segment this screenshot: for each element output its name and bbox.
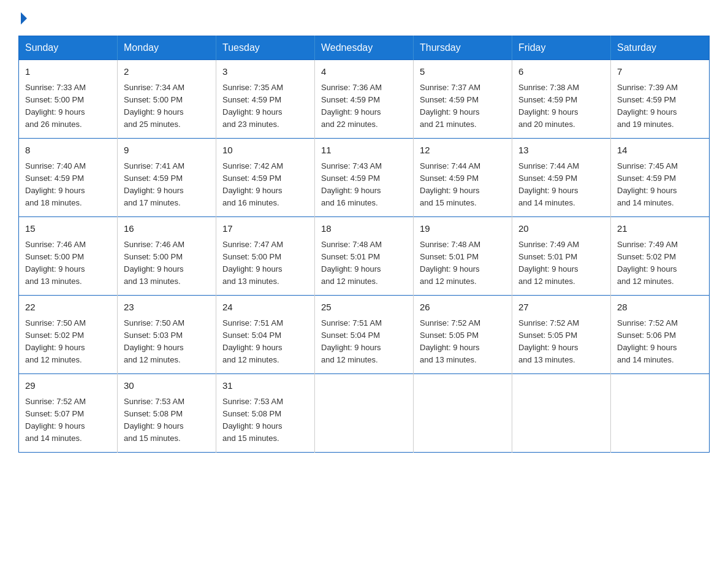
day-info: Sunrise: 7:36 AMSunset: 4:59 PMDaylight:… <box>321 82 407 131</box>
calendar-week-row: 15Sunrise: 7:46 AMSunset: 5:00 PMDayligh… <box>19 217 710 296</box>
calendar-day-cell: 13Sunrise: 7:44 AMSunset: 4:59 PMDayligh… <box>512 139 611 217</box>
day-number: 9 <box>124 144 210 158</box>
day-number: 31 <box>222 379 308 393</box>
calendar-day-cell: 20Sunrise: 7:49 AMSunset: 5:01 PMDayligh… <box>512 217 611 296</box>
calendar-day-cell <box>611 374 710 453</box>
day-number: 12 <box>420 144 506 158</box>
calendar-day-cell: 30Sunrise: 7:53 AMSunset: 5:08 PMDayligh… <box>118 374 216 453</box>
day-number: 21 <box>617 222 703 236</box>
day-number: 16 <box>124 222 210 236</box>
day-number: 6 <box>518 65 604 79</box>
day-info: Sunrise: 7:51 AMSunset: 5:04 PMDaylight:… <box>321 317 407 367</box>
day-number: 17 <box>222 222 308 236</box>
day-number: 15 <box>25 222 111 236</box>
day-info: Sunrise: 7:39 AMSunset: 4:59 PMDaylight:… <box>617 82 703 131</box>
page-header <box>18 12 710 25</box>
day-info: Sunrise: 7:52 AMSunset: 5:07 PMDaylight:… <box>25 396 111 445</box>
calendar-day-cell: 14Sunrise: 7:45 AMSunset: 4:59 PMDayligh… <box>611 139 710 217</box>
day-of-week-header: Friday <box>512 36 611 60</box>
day-info: Sunrise: 7:52 AMSunset: 5:05 PMDaylight:… <box>420 317 506 367</box>
day-number: 23 <box>124 301 210 315</box>
days-of-week-row: SundayMondayTuesdayWednesdayThursdayFrid… <box>19 36 710 60</box>
day-info: Sunrise: 7:37 AMSunset: 4:59 PMDaylight:… <box>420 82 506 131</box>
day-of-week-header: Saturday <box>611 36 710 60</box>
calendar-day-cell: 16Sunrise: 7:46 AMSunset: 5:00 PMDayligh… <box>118 217 216 296</box>
day-number: 25 <box>321 301 407 315</box>
day-number: 2 <box>124 65 210 79</box>
day-number: 19 <box>420 222 506 236</box>
calendar-day-cell: 29Sunrise: 7:52 AMSunset: 5:07 PMDayligh… <box>19 374 118 453</box>
day-info: Sunrise: 7:49 AMSunset: 5:02 PMDaylight:… <box>617 239 703 288</box>
day-of-week-header: Sunday <box>19 36 118 60</box>
calendar-table: SundayMondayTuesdayWednesdayThursdayFrid… <box>18 36 710 453</box>
calendar-day-cell: 27Sunrise: 7:52 AMSunset: 5:05 PMDayligh… <box>512 296 611 374</box>
day-info: Sunrise: 7:53 AMSunset: 5:08 PMDaylight:… <box>124 396 210 445</box>
logo-arrow-icon <box>21 12 27 25</box>
calendar-day-cell: 4Sunrise: 7:36 AMSunset: 4:59 PMDaylight… <box>315 60 414 139</box>
calendar-day-cell <box>512 374 611 453</box>
day-number: 20 <box>518 222 604 236</box>
calendar-day-cell: 12Sunrise: 7:44 AMSunset: 4:59 PMDayligh… <box>414 139 512 217</box>
day-info: Sunrise: 7:46 AMSunset: 5:00 PMDaylight:… <box>25 239 111 288</box>
calendar-day-cell: 25Sunrise: 7:51 AMSunset: 5:04 PMDayligh… <box>315 296 414 374</box>
day-of-week-header: Monday <box>118 36 216 60</box>
day-number: 26 <box>420 301 506 315</box>
day-of-week-header: Thursday <box>414 36 512 60</box>
calendar-day-cell <box>315 374 414 453</box>
day-info: Sunrise: 7:51 AMSunset: 5:04 PMDaylight:… <box>222 317 308 367</box>
day-info: Sunrise: 7:52 AMSunset: 5:05 PMDaylight:… <box>518 317 604 367</box>
calendar-day-cell: 28Sunrise: 7:52 AMSunset: 5:06 PMDayligh… <box>611 296 710 374</box>
day-info: Sunrise: 7:43 AMSunset: 4:59 PMDaylight:… <box>321 160 407 210</box>
day-number: 7 <box>617 65 703 79</box>
day-info: Sunrise: 7:44 AMSunset: 4:59 PMDaylight:… <box>518 160 604 210</box>
calendar-week-row: 22Sunrise: 7:50 AMSunset: 5:02 PMDayligh… <box>19 296 710 374</box>
day-info: Sunrise: 7:52 AMSunset: 5:06 PMDaylight:… <box>617 317 703 367</box>
day-of-week-header: Wednesday <box>315 36 414 60</box>
day-info: Sunrise: 7:50 AMSunset: 5:03 PMDaylight:… <box>124 317 210 367</box>
calendar-day-cell: 6Sunrise: 7:38 AMSunset: 4:59 PMDaylight… <box>512 60 611 139</box>
calendar-day-cell: 26Sunrise: 7:52 AMSunset: 5:05 PMDayligh… <box>414 296 512 374</box>
day-info: Sunrise: 7:49 AMSunset: 5:01 PMDaylight:… <box>518 239 604 288</box>
day-info: Sunrise: 7:50 AMSunset: 5:02 PMDaylight:… <box>25 317 111 367</box>
day-info: Sunrise: 7:48 AMSunset: 5:01 PMDaylight:… <box>420 239 506 288</box>
day-number: 29 <box>25 379 111 393</box>
day-info: Sunrise: 7:53 AMSunset: 5:08 PMDaylight:… <box>222 396 308 445</box>
day-number: 1 <box>25 65 111 79</box>
day-number: 13 <box>518 144 604 158</box>
day-info: Sunrise: 7:42 AMSunset: 4:59 PMDaylight:… <box>222 160 308 210</box>
day-number: 3 <box>222 65 308 79</box>
calendar-day-cell: 3Sunrise: 7:35 AMSunset: 4:59 PMDaylight… <box>216 60 315 139</box>
day-info: Sunrise: 7:35 AMSunset: 4:59 PMDaylight:… <box>222 82 308 131</box>
calendar-day-cell: 31Sunrise: 7:53 AMSunset: 5:08 PMDayligh… <box>216 374 315 453</box>
calendar-day-cell: 1Sunrise: 7:33 AMSunset: 5:00 PMDaylight… <box>19 60 118 139</box>
day-number: 24 <box>222 301 308 315</box>
day-info: Sunrise: 7:46 AMSunset: 5:00 PMDaylight:… <box>124 239 210 288</box>
calendar-day-cell: 24Sunrise: 7:51 AMSunset: 5:04 PMDayligh… <box>216 296 315 374</box>
day-info: Sunrise: 7:41 AMSunset: 4:59 PMDaylight:… <box>124 160 210 210</box>
calendar-week-row: 1Sunrise: 7:33 AMSunset: 5:00 PMDaylight… <box>19 60 710 139</box>
calendar-day-cell: 22Sunrise: 7:50 AMSunset: 5:02 PMDayligh… <box>19 296 118 374</box>
calendar-day-cell: 15Sunrise: 7:46 AMSunset: 5:00 PMDayligh… <box>19 217 118 296</box>
day-info: Sunrise: 7:44 AMSunset: 4:59 PMDaylight:… <box>420 160 506 210</box>
day-number: 27 <box>518 301 604 315</box>
calendar-body: 1Sunrise: 7:33 AMSunset: 5:00 PMDaylight… <box>19 60 710 453</box>
day-info: Sunrise: 7:48 AMSunset: 5:01 PMDaylight:… <box>321 239 407 288</box>
day-info: Sunrise: 7:34 AMSunset: 5:00 PMDaylight:… <box>124 82 210 131</box>
day-info: Sunrise: 7:47 AMSunset: 5:00 PMDaylight:… <box>222 239 308 288</box>
day-number: 10 <box>222 144 308 158</box>
day-info: Sunrise: 7:38 AMSunset: 4:59 PMDaylight:… <box>518 82 604 131</box>
calendar-day-cell: 7Sunrise: 7:39 AMSunset: 4:59 PMDaylight… <box>611 60 710 139</box>
calendar-day-cell: 2Sunrise: 7:34 AMSunset: 5:00 PMDaylight… <box>118 60 216 139</box>
calendar-day-cell: 23Sunrise: 7:50 AMSunset: 5:03 PMDayligh… <box>118 296 216 374</box>
calendar-day-cell <box>414 374 512 453</box>
day-number: 28 <box>617 301 703 315</box>
day-info: Sunrise: 7:40 AMSunset: 4:59 PMDaylight:… <box>25 160 111 210</box>
logo <box>18 12 27 25</box>
calendar-day-cell: 21Sunrise: 7:49 AMSunset: 5:02 PMDayligh… <box>611 217 710 296</box>
day-number: 14 <box>617 144 703 158</box>
day-info: Sunrise: 7:45 AMSunset: 4:59 PMDaylight:… <box>617 160 703 210</box>
calendar-day-cell: 11Sunrise: 7:43 AMSunset: 4:59 PMDayligh… <box>315 139 414 217</box>
calendar-day-cell: 9Sunrise: 7:41 AMSunset: 4:59 PMDaylight… <box>118 139 216 217</box>
calendar-day-cell: 5Sunrise: 7:37 AMSunset: 4:59 PMDaylight… <box>414 60 512 139</box>
day-number: 30 <box>124 379 210 393</box>
